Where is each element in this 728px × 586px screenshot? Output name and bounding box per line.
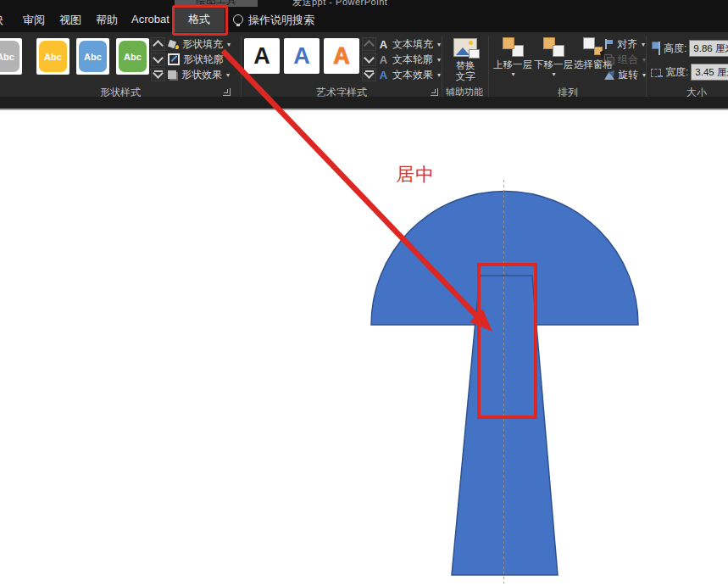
chevron-up-icon xyxy=(364,40,375,51)
dropdown-arrow-icon: ▾ xyxy=(642,41,645,48)
dropdown-arrow-icon: ▾ xyxy=(437,71,441,79)
wordart-preset[interactable]: A xyxy=(284,38,320,74)
gallery-scroll-up-button[interactable] xyxy=(362,37,376,51)
card-icon xyxy=(469,49,480,59)
group-label-wordart-styles: 艺术字样式 xyxy=(242,86,441,98)
shape-style-chip: Abc xyxy=(39,41,67,72)
text-outline-button[interactable]: A 文本轮廓▾ xyxy=(378,53,441,66)
shape-height-icon xyxy=(651,42,661,55)
group-button-disabled: 组合▾ xyxy=(604,53,646,66)
ribbon-canvas-divider xyxy=(0,109,728,110)
dropdown-arrow-icon: ▾ xyxy=(226,71,230,79)
shape-effects-icon xyxy=(168,70,176,79)
text-fill-icon: A xyxy=(378,38,389,51)
shape-styles-dialog-launcher[interactable] xyxy=(223,88,231,96)
shape-style-preset[interactable]: Abc xyxy=(116,38,149,75)
tab-partial-slideshow[interactable]: 映 xyxy=(0,13,3,28)
text-fill-button[interactable]: A 文本填充▾ xyxy=(378,37,441,51)
tab-review[interactable]: 审阅 xyxy=(23,13,45,28)
dropdown-arrow-icon: ▾ xyxy=(552,70,555,78)
height-row: 高度: xyxy=(651,40,728,57)
text-effects-icon: A xyxy=(378,69,389,81)
tab-view[interactable]: 视图 xyxy=(59,13,81,28)
shape-width-icon xyxy=(651,67,663,77)
alt-text-picture-icon xyxy=(453,38,477,57)
gallery-scroll-down-button[interactable] xyxy=(362,53,376,66)
tell-me-search[interactable]: 操作说明搜索 xyxy=(248,13,314,28)
red-highlight-format-tab xyxy=(172,5,228,36)
bring-forward-button[interactable]: 上移一层 ▾ xyxy=(492,36,533,83)
gallery-more-button[interactable] xyxy=(151,68,165,81)
chevron-down-icon xyxy=(153,53,164,64)
group-objects-icon xyxy=(604,54,614,64)
selection-pane-icon xyxy=(583,37,604,57)
text-outline-icon: A xyxy=(378,53,389,66)
shape-effects-button[interactable]: 形状效果▾ xyxy=(168,68,230,81)
send-backward-icon xyxy=(543,37,564,57)
slide-canvas[interactable] xyxy=(0,110,728,586)
shape-fill-button[interactable]: 形状填充▾ xyxy=(168,37,231,51)
mountain-icon xyxy=(456,47,470,55)
gallery-more-button[interactable] xyxy=(362,68,376,81)
send-backward-button[interactable]: 下移一层 ▾ xyxy=(533,36,574,83)
rotate-icon xyxy=(604,70,614,80)
height-input[interactable] xyxy=(689,40,728,57)
red-highlight-rectangle xyxy=(477,263,537,419)
alt-text-button[interactable]: 替换 文字 xyxy=(445,36,486,83)
shape-style-preset[interactable]: Abc xyxy=(36,38,69,75)
group-label-shape-styles: 形状样式 xyxy=(0,86,241,98)
dropdown-arrow-icon: ▾ xyxy=(437,56,441,64)
text-effects-button[interactable]: A 文本效果▾ xyxy=(378,68,441,81)
window-title: 发送ppt - PowerPoint xyxy=(292,0,479,7)
sun-icon xyxy=(469,41,473,45)
mushroom-shape-drawing xyxy=(0,110,728,586)
group-separator xyxy=(646,36,647,105)
group-label-accessibility: 辅助功能 xyxy=(440,86,489,98)
shape-style-chip: Abc xyxy=(0,41,19,72)
align-icon xyxy=(604,39,614,49)
shape-style-preset[interactable]: Abc xyxy=(0,38,22,75)
shape-style-preset[interactable]: Abc xyxy=(76,38,109,75)
align-button[interactable]: 对齐▾ xyxy=(604,37,645,51)
wordart-preset[interactable]: A xyxy=(244,38,280,74)
lightbulb-icon xyxy=(233,14,243,25)
shape-outline-icon xyxy=(168,53,180,65)
tab-acrobat[interactable]: Acrobat xyxy=(131,13,169,25)
width-row: 宽度: xyxy=(651,64,728,81)
group-label-arrange: 排列 xyxy=(490,86,646,98)
shape-outline-button[interactable]: 形状轮廓▾ xyxy=(168,53,231,66)
gallery-scroll-up-button[interactable] xyxy=(151,37,165,51)
gallery-scroll-down-button[interactable] xyxy=(151,53,165,66)
wordart-preset[interactable]: A xyxy=(324,38,359,74)
dropdown-arrow-icon: ▾ xyxy=(227,41,231,48)
title-and-tab-bar: 绘图工具 发送ppt - PowerPoint 映 审阅 视图 帮助 Acrob… xyxy=(0,0,728,32)
group-separator xyxy=(241,36,242,105)
group-separator xyxy=(488,36,489,105)
shape-fill-icon xyxy=(168,39,179,49)
chevron-down-icon xyxy=(364,53,375,64)
annotation-text: 居中 xyxy=(396,162,435,187)
dropdown-arrow-icon: ▾ xyxy=(228,56,231,64)
shape-style-chip: Abc xyxy=(119,41,147,72)
bring-forward-icon xyxy=(503,37,524,57)
shape-style-chip: Abc xyxy=(79,41,107,72)
dropdown-arrow-icon: ▾ xyxy=(437,41,441,48)
rotate-button[interactable]: 旋转▾ xyxy=(604,68,646,81)
dropdown-arrow-icon: ▾ xyxy=(511,70,514,78)
chevron-up-icon xyxy=(153,40,164,51)
ribbon-format: Abc Abc Abc Abc 形状填充▾ 形状轮廓▾ 形状效果▾ 形状样式 A… xyxy=(0,32,728,110)
tab-help[interactable]: 帮助 xyxy=(96,13,118,28)
wordart-dialog-launcher[interactable] xyxy=(431,88,438,96)
width-input[interactable] xyxy=(691,64,728,81)
group-label-size: 大小 xyxy=(647,86,728,98)
